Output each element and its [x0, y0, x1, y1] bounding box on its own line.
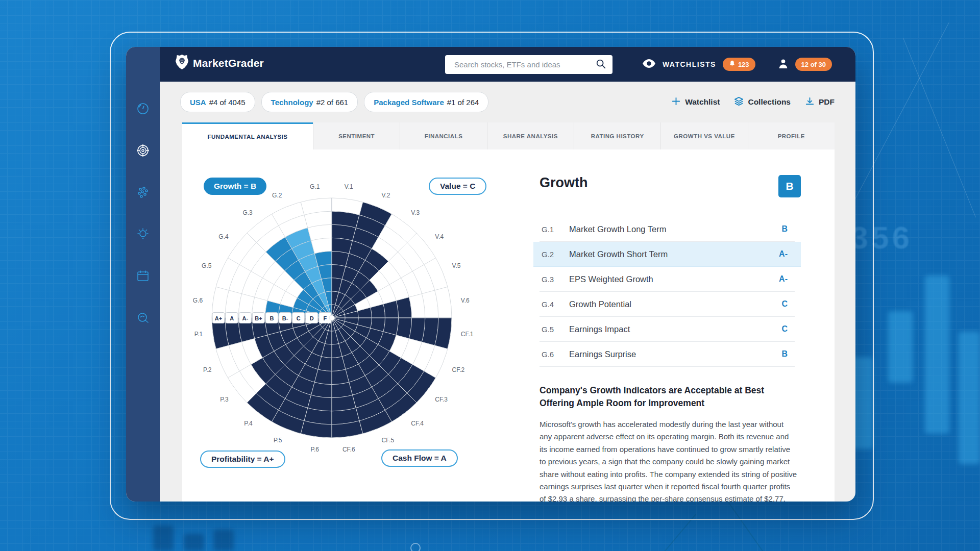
background-bar: [184, 534, 204, 551]
lion-logo-icon: [175, 54, 189, 72]
layers-icon: [734, 96, 744, 108]
analysis-headline: Company's Growth Indicators are Acceptab…: [540, 384, 797, 410]
user-quota-badge[interactable]: 12 of 30: [795, 58, 832, 71]
grade-scale-box-B: B: [266, 313, 278, 323]
wheel-sector-label: V.5: [452, 262, 461, 269]
indicator-row-g-1[interactable]: G.1Market Growth Long TermB: [540, 217, 795, 242]
wheel-sector-label: G.6: [193, 297, 203, 304]
svg-text:B+: B+: [255, 315, 262, 321]
cashflow-grade-pill[interactable]: Cash Flow = A: [381, 449, 458, 467]
indicator-row-g-3[interactable]: G.3EPS Weighted GrowthA-: [540, 267, 795, 292]
wheel-sector-label: G.1: [310, 183, 320, 190]
background-bar: [959, 332, 980, 464]
value-grade-pill[interactable]: Value = C: [429, 178, 486, 195]
indicator-row-g-6[interactable]: G.6Earnings SurpriseB: [540, 342, 795, 367]
indicator-code: G.5: [542, 325, 569, 334]
grade-wheel-chart: G.1G.2G.3G.4G.5G.6V.1V.2V.3V.4V.5V.6CF.1…: [182, 149, 540, 502]
svg-text:B: B: [270, 315, 274, 321]
tab-sentiment[interactable]: SENTIMENT: [313, 122, 400, 149]
tab-fundamental-analysis[interactable]: FUNDAMENTAL ANALYSIS: [182, 122, 313, 149]
background-line: [728, 502, 805, 551]
pdf-label: PDF: [819, 97, 835, 107]
growth-grade-pill[interactable]: Growth = B: [204, 178, 266, 195]
grade-wheel-svg[interactable]: G.1G.2G.3G.4G.5G.6V.1V.2V.3V.4V.5V.6CF.1…: [182, 149, 540, 502]
breadcrumb-chip-packaged-software[interactable]: Packaged Software#1 of 264: [364, 92, 488, 112]
wheel-sector-label: V.4: [435, 233, 444, 240]
target-icon: [136, 143, 150, 160]
indicator-grade: C: [781, 324, 788, 334]
wheel-sector-label: P.3: [220, 396, 229, 403]
sidebar: [126, 47, 160, 502]
sidebar-item-search[interactable]: [135, 311, 151, 327]
search-magnifier-icon[interactable]: [595, 58, 606, 71]
growth-detail-panel: Growth B G.1Market Growth Long TermBG.2M…: [540, 149, 815, 502]
indicator-list: G.1Market Growth Long TermBG.2Market Gro…: [540, 217, 795, 367]
wheel-sector-label: CF.2: [452, 366, 465, 373]
chip-rank: #4 of 4045: [209, 98, 246, 107]
indicator-code: G.6: [542, 350, 569, 359]
grade-scale-box-D: D: [306, 313, 318, 323]
svg-text:D: D: [310, 315, 314, 321]
collections-button[interactable]: Collections: [734, 96, 791, 108]
wheel-sector-label: G.5: [202, 262, 212, 269]
pdf-download-button[interactable]: PDF: [805, 96, 835, 108]
background-bar: [213, 530, 234, 551]
indicator-row-g-4[interactable]: G.4Growth PotentialC: [540, 292, 795, 317]
sidebar-item-calendar[interactable]: [135, 269, 151, 285]
breadcrumb: USA#4 of 4045Technology#2 of 661Packaged…: [180, 92, 671, 112]
breadcrumb-chip-usa[interactable]: USA#4 of 4045: [180, 92, 255, 112]
indicator-code: G.2: [542, 250, 569, 259]
content-card: G.1G.2G.3G.4G.5G.6V.1V.2V.3V.4V.5V.6CF.1…: [182, 149, 835, 502]
background-circle: [410, 543, 421, 551]
tab-profile[interactable]: PROFILE: [748, 122, 835, 149]
wheel-sector-label: CF.4: [411, 420, 424, 427]
search-bar[interactable]: [445, 55, 612, 74]
sidebar-item-screener[interactable]: [135, 186, 151, 201]
wheel-sector-label: P.2: [203, 366, 212, 373]
sidebar-item-dashboard[interactable]: [135, 102, 151, 117]
indicator-row-g-5[interactable]: G.5Earnings ImpactC: [540, 317, 795, 342]
wheel-sector-label: G.4: [218, 233, 229, 240]
gauge-icon: [136, 102, 150, 118]
sidebar-item-analysis[interactable]: [135, 144, 151, 159]
background-bar: [153, 525, 174, 551]
brand-logo[interactable]: MarketGrader: [175, 54, 264, 72]
plus-icon: [671, 96, 681, 108]
watchlists-label[interactable]: WATCHLISTS: [663, 60, 716, 68]
indicator-row-g-2[interactable]: G.2Market Growth Short TermA-: [533, 242, 801, 267]
svg-text:A: A: [230, 315, 234, 321]
indicator-code: G.3: [542, 275, 569, 284]
add-watchlist-button[interactable]: Watchlist: [671, 96, 720, 108]
tab-share-analysis[interactable]: SHARE ANALYSIS: [487, 122, 574, 149]
grade-scale-box-Bminus: B-: [279, 313, 291, 323]
page-actions: Watchlist Collections PDF: [671, 96, 835, 108]
indicator-name: Growth Potential: [569, 299, 781, 309]
user-icon[interactable]: [778, 58, 789, 71]
tab-growth-vs-value[interactable]: GROWTH VS VALUE: [660, 122, 747, 149]
search-input[interactable]: [453, 60, 595, 69]
chip-name: Technology: [271, 98, 313, 107]
svg-text:A-: A-: [242, 315, 248, 321]
tab-rating-history[interactable]: RATING HISTORY: [574, 122, 660, 149]
profitability-grade-pill[interactable]: Profitability = A+: [200, 450, 285, 468]
indicator-grade: A-: [779, 249, 788, 259]
tab-financials[interactable]: FINANCIALS: [400, 122, 486, 149]
sidebar-item-ideas[interactable]: [135, 228, 151, 243]
chip-name: USA: [190, 98, 206, 107]
grade-scale-box-Aminus: A-: [239, 313, 251, 323]
analysis-body: Microsoft's growth has accelerated modes…: [540, 418, 797, 502]
bell-icon: [729, 60, 736, 68]
main-area: MarketGrader WATCHLISTS 123 12 of 30 USA…: [160, 47, 855, 502]
wheel-sector-label: CF.6: [342, 446, 355, 453]
chip-name: Packaged Software: [374, 98, 444, 107]
add-watchlist-label: Watchlist: [685, 97, 720, 107]
breadcrumb-chip-technology[interactable]: Technology#2 of 661: [261, 92, 358, 112]
top-navigation-bar: MarketGrader WATCHLISTS 123 12 of 30: [160, 47, 855, 82]
wheel-sector-label: G.3: [242, 209, 253, 216]
grade-scale-box-Bplus: B+: [252, 313, 264, 323]
scatter-dots-icon: [136, 185, 150, 202]
watchlists-count-badge[interactable]: 123: [723, 58, 755, 71]
topbar-right-cluster: WATCHLISTS 123 12 of 30: [642, 47, 832, 82]
wheel-sector-label: CF.5: [382, 437, 395, 444]
wheel-sector-label: P.6: [310, 446, 319, 453]
